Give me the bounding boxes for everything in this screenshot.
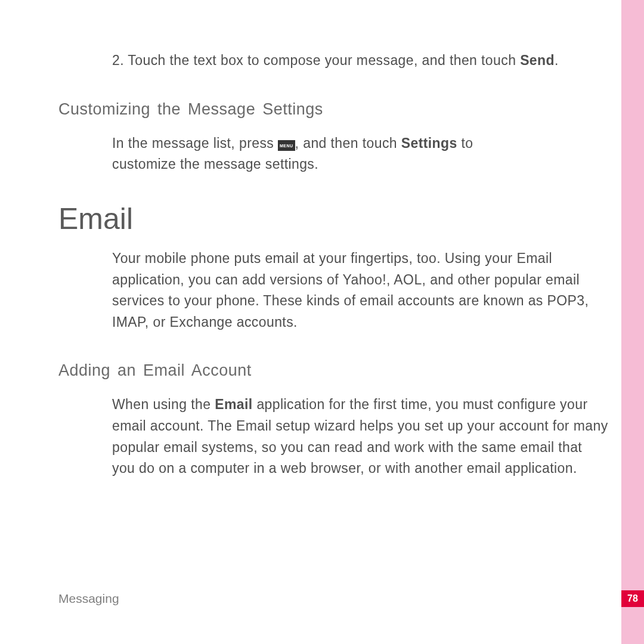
menu-icon: MENU [278,140,295,151]
side-stripe [621,0,644,644]
step-text: 2. Touch the text box to compose your me… [112,52,520,68]
adding-body: When using the Email application for the… [112,394,608,479]
step-suffix: . [555,52,559,68]
chapter-title-email: Email [58,202,608,236]
step-2: 2. Touch the text box to compose your me… [112,50,608,72]
text: When using the [112,397,215,412]
subheading-adding: Adding an Email Account [58,361,608,380]
page-content: 2. Touch the text box to compose your me… [58,50,608,479]
text: to [457,135,473,151]
text-bold: Email [215,397,252,412]
running-footer: Messaging [58,592,119,606]
text: customize the message settings. [112,154,608,175]
subheading-customizing: Customizing the Message Settings [58,100,608,119]
text: In the message list, press [112,135,278,151]
email-intro: Your mobile phone puts email at your fin… [112,248,608,333]
text-bold: Settings [401,135,457,151]
page-number-badge: 78 [621,590,644,607]
customizing-body: In the message list, press MENU, and the… [112,133,608,175]
text: , and then touch [295,135,401,151]
manual-page: 78 2. Touch the text box to compose your… [0,0,644,644]
step-bold: Send [520,52,555,68]
